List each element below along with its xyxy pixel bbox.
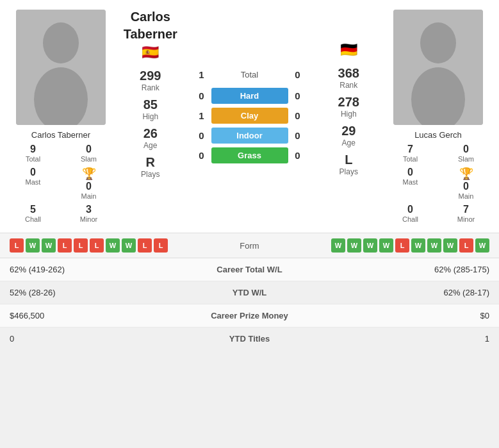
right-plays-value: L — [339, 153, 358, 167]
right-trophy-icon: 🏆 — [459, 167, 473, 181]
left-player-card: Carlos Taberner 9 Total 0 Slam 0 Mast 🏆 … — [6, 10, 115, 223]
right-plays-label: Plays — [339, 167, 358, 176]
grass-left-num: 0 — [192, 150, 211, 161]
left-player-name: Carlos Taberner — [31, 130, 90, 140]
left-age-label: Age — [143, 141, 158, 150]
left-slam-value: 0 — [86, 144, 92, 155]
right-main-value: 0 — [463, 181, 469, 192]
hard-button[interactable]: Hard — [211, 88, 288, 104]
stat-left-value: 0 — [0, 328, 165, 351]
right-player-photo — [393, 10, 483, 125]
right-age-stat: 29 Age — [341, 124, 356, 147]
right-slam-label: Slam — [458, 155, 474, 163]
stat-right-value: 62% (28-17) — [334, 281, 499, 304]
form-badge-left: W — [42, 238, 56, 253]
grass-row: 0 Grass 0 — [192, 147, 307, 163]
left-trophy-icon: 🏆 — [82, 167, 96, 181]
form-badge-left: L — [90, 238, 104, 253]
left-center-col: Carlos Taberner 🇪🇸 299 Rank 85 High 26 A… — [115, 10, 186, 223]
stat-right-value: 1 — [334, 328, 499, 351]
indoor-button[interactable]: Indoor — [211, 128, 288, 144]
left-center-name-line1: Carlos — [131, 10, 170, 24]
right-flag: 🇩🇪 — [340, 42, 357, 58]
right-main-label: Main — [459, 192, 474, 200]
form-badge-left: W — [26, 238, 40, 253]
form-badge-left: L — [154, 238, 168, 253]
left-player-stats: 9 Total 0 Slam 0 Mast 🏆 0 Main 5 — [6, 144, 115, 223]
form-badge-left: L — [138, 238, 152, 253]
form-badge-right: W — [411, 238, 425, 253]
left-chall-stat: 5 Chall — [6, 204, 60, 223]
main-container: Carlos Taberner 9 Total 0 Slam 0 Mast 🏆 … — [0, 0, 499, 350]
left-trophy-stat: 🏆 0 Main — [62, 167, 115, 200]
left-high-value: 85 — [142, 97, 158, 112]
left-player-photo — [16, 10, 106, 125]
stat-right-value: $0 — [334, 304, 499, 328]
form-badges-left: LWWLLLWWLL — [10, 238, 211, 253]
indoor-left-num: 0 — [192, 130, 211, 141]
grass-button[interactable]: Grass — [211, 147, 288, 163]
stat-left-value: 52% (28-26) — [0, 281, 165, 304]
right-high-label: High — [338, 110, 359, 119]
right-player-stats: 7 Total 0 Slam 0 Mast 🏆 0 Main 0 — [384, 144, 493, 223]
right-player-card: Lucas Gerch 7 Total 0 Slam 0 Mast 🏆 0 M — [384, 10, 493, 223]
form-badge-right: W — [331, 238, 345, 253]
left-main-label: Main — [81, 192, 97, 200]
right-minor-stat: 7 Minor — [439, 204, 493, 223]
left-center-name-line2: Taberner — [124, 27, 177, 42]
right-age-label: Age — [341, 138, 356, 147]
left-total-label: Total — [26, 155, 40, 163]
table-row: 62% (419-262)Career Total W/L62% (285-17… — [0, 258, 499, 281]
left-total-stat: 9 Total — [6, 144, 60, 163]
form-badge-left: L — [58, 238, 72, 253]
indoor-row: 0 Indoor 0 — [192, 128, 307, 144]
form-badges-right: WWWWLWWWLW — [288, 238, 490, 253]
form-badge-right: L — [395, 238, 409, 253]
left-mast-label: Mast — [26, 178, 41, 186]
right-slam-stat: 0 Slam — [439, 144, 493, 163]
right-mast-label: Mast — [403, 178, 418, 186]
left-age-value: 26 — [143, 126, 158, 141]
right-total-label: Total — [403, 155, 418, 163]
right-minor-label: Minor — [457, 215, 475, 223]
right-trophy-stat: 🏆 0 Main — [439, 167, 493, 200]
left-center-stats: 299 Rank 85 High 26 Age R Plays — [140, 69, 161, 179]
right-slam-value: 0 — [463, 144, 469, 155]
right-plays-stat: L Plays — [339, 153, 358, 176]
left-total-value: 9 — [30, 144, 36, 155]
indoor-right-num: 0 — [288, 130, 307, 141]
right-player-name: Lucas Gerch — [414, 130, 462, 140]
stat-left-value: $466,500 — [0, 304, 165, 328]
total-row: 1 Total 0 — [192, 69, 307, 80]
left-chall-label: Chall — [25, 215, 41, 223]
left-mast-value: 0 — [30, 167, 36, 178]
form-section: LWWLLLWWLL Form WWWWLWWWLW — [0, 233, 499, 258]
form-label: Form — [211, 241, 288, 251]
clay-right-num: 0 — [288, 110, 307, 121]
right-chall-label: Chall — [402, 215, 418, 223]
stats-table: 62% (419-262)Career Total W/L62% (285-17… — [0, 258, 499, 350]
clay-left-num: 1 — [192, 110, 211, 121]
stat-center-label: Career Prize Money — [165, 304, 334, 328]
left-plays-value: R — [141, 155, 160, 170]
form-badge-right: L — [459, 238, 473, 253]
left-plays-stat: R Plays — [141, 155, 160, 179]
total-right-num: 0 — [288, 69, 307, 80]
right-age-value: 29 — [341, 124, 356, 138]
clay-button[interactable]: Clay — [211, 108, 288, 124]
right-chall-stat: 0 Chall — [384, 204, 437, 223]
svg-point-1 — [43, 22, 79, 63]
right-center-col: 🇩🇪 368 Rank 278 High 29 Age L Plays — [314, 10, 384, 223]
total-label: Total — [211, 70, 288, 79]
right-rank-stat: 368 Rank — [338, 66, 359, 90]
right-rank-label: Rank — [338, 81, 359, 90]
left-minor-stat: 3 Minor — [62, 204, 115, 223]
hard-row: 0 Hard 0 — [192, 88, 307, 104]
svg-point-4 — [420, 22, 456, 63]
right-mast-value: 0 — [407, 167, 413, 178]
form-badge-right: W — [363, 238, 377, 253]
form-badge-right: W — [475, 238, 489, 253]
left-chall-value: 5 — [30, 204, 36, 215]
left-rank-label: Rank — [140, 83, 161, 92]
right-total-value: 7 — [407, 144, 413, 155]
